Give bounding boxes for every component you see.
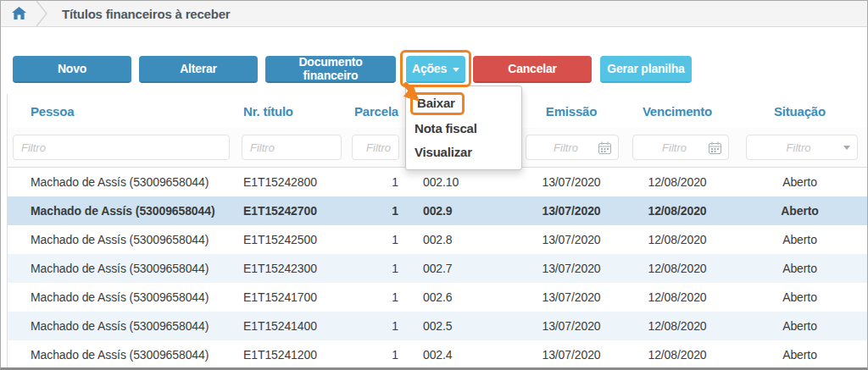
cell-situacao: Aberto — [732, 233, 867, 246]
table-body: Machado de Assís (53009658044)E1T1524280… — [8, 168, 867, 369]
acoes-dropdown-button[interactable]: Ações — [406, 56, 465, 83]
cell-emissao: 13/07/2020 — [520, 233, 622, 246]
table-row[interactable]: Machado de Assís (53009658044)E1T1524280… — [8, 168, 867, 196]
column-header-emissao[interactable]: Emissão — [520, 104, 622, 119]
baixar-highlight-box: Baixar — [410, 92, 465, 115]
column-header-vencimento[interactable]: Vencimento — [622, 104, 732, 119]
cell-vencimento: 12/08/2020 — [622, 348, 732, 362]
cell-titulo: E1T15241200 — [236, 348, 347, 362]
cell-documento: 002.5 — [402, 319, 520, 333]
cell-emissao: 13/07/2020 — [520, 319, 622, 333]
cell-emissao: 13/07/2020 — [520, 348, 622, 362]
cell-pessoa: Machado de Assís (53009658044) — [8, 233, 236, 246]
table-row[interactable]: Machado de Assís (53009658044)E1T1524270… — [8, 196, 867, 225]
cell-situacao: Aberto — [732, 262, 867, 275]
cell-pessoa: Machado de Assís (53009658044) — [8, 175, 236, 189]
table-row[interactable]: Machado de Assís (53009658044)E1T1524120… — [8, 340, 867, 369]
novo-button[interactable]: Novo — [13, 56, 131, 83]
column-header-pessoa[interactable]: Pessoa — [8, 104, 236, 119]
cell-emissao: 13/07/2020 — [520, 290, 622, 304]
cell-emissao: 13/07/2020 — [520, 204, 622, 218]
filter-situacao-select[interactable] — [746, 135, 858, 160]
cell-documento: 002.10 — [402, 175, 520, 189]
cell-pessoa: Machado de Assís (53009658044) — [8, 319, 236, 333]
cell-titulo: E1T15241400 — [236, 319, 347, 333]
filter-vencimento-input[interactable] — [640, 141, 709, 155]
table-row[interactable]: Machado de Assís (53009658044)E1T1524250… — [8, 225, 867, 254]
table-row[interactable]: Machado de Assís (53009658044)E1T1524230… — [8, 254, 867, 283]
gerar-planilha-button[interactable]: Gerar planilha — [600, 56, 692, 83]
menu-item-nota-fiscal[interactable]: Nota fiscal — [406, 117, 521, 141]
filter-nr-titulo-input[interactable] — [242, 135, 342, 160]
breadcrumb-chevron-icon — [36, 1, 49, 26]
cell-titulo: E1T15242500 — [236, 233, 347, 246]
cell-titulo: E1T15241700 — [236, 290, 347, 304]
column-header-situacao[interactable]: Situação — [732, 104, 867, 119]
cell-vencimento: 12/08/2020 — [622, 290, 732, 304]
home-icon[interactable] — [12, 7, 26, 20]
table-row[interactable]: Machado de Assís (53009658044)E1T1524170… — [8, 283, 867, 312]
filter-emissao-field[interactable] — [526, 135, 619, 160]
filter-parcela-input[interactable] — [352, 135, 399, 160]
cell-situacao: Aberto — [732, 175, 867, 189]
cell-documento: 002.9 — [402, 204, 520, 218]
cell-pessoa: Machado de Assís (53009658044) — [8, 348, 236, 362]
filter-vencimento-field[interactable] — [632, 135, 729, 160]
cell-vencimento: 12/08/2020 — [622, 262, 732, 275]
cell-pessoa: Machado de Assís (53009658044) — [8, 290, 236, 304]
breadcrumb: Títulos financeiros à receber — [1, 1, 867, 27]
cell-emissao: 13/07/2020 — [520, 175, 622, 189]
cancelar-button[interactable]: Cancelar — [473, 56, 592, 83]
cell-titulo: E1T15242700 — [236, 204, 347, 218]
menu-item-visualizar[interactable]: Visualizar — [406, 141, 521, 164]
cell-pessoa: Machado de Assís (53009658044) — [8, 262, 236, 275]
documento-financeiro-button[interactable]: Documento financeiro — [265, 56, 396, 83]
cell-parcela: 1 — [347, 348, 402, 362]
cell-emissao: 13/07/2020 — [520, 262, 622, 275]
calendar-icon[interactable] — [709, 141, 721, 154]
filter-emissao-input[interactable] — [533, 141, 598, 155]
page-title: Títulos financeiros à receber — [62, 7, 230, 21]
filter-pessoa-input[interactable] — [13, 135, 230, 160]
caret-down-icon — [453, 68, 459, 72]
cell-documento: 002.8 — [402, 233, 520, 246]
menu-item-label: Baixar — [417, 96, 455, 110]
cell-parcela: 1 — [347, 290, 402, 304]
cell-vencimento: 12/08/2020 — [622, 233, 732, 246]
cell-titulo: E1T15242300 — [236, 262, 347, 275]
cell-documento: 002.7 — [402, 262, 520, 275]
alterar-button[interactable]: Alterar — [139, 56, 258, 83]
cell-pessoa: Machado de Assís (53009658044) — [8, 204, 236, 218]
cell-parcela: 1 — [347, 319, 402, 333]
cell-titulo: E1T15242800 — [236, 175, 347, 189]
acoes-button-label: Ações — [412, 62, 447, 75]
cell-vencimento: 12/08/2020 — [622, 204, 732, 218]
column-header-nr-titulo[interactable]: Nr. título — [236, 104, 347, 119]
acoes-dropdown-menu: Baixar Nota fiscal Visualizar — [405, 86, 522, 170]
cell-vencimento: 12/08/2020 — [622, 319, 732, 333]
cell-parcela: 1 — [347, 204, 402, 218]
cell-documento: 002.6 — [402, 290, 520, 304]
cell-situacao: Aberto — [732, 348, 867, 362]
cell-vencimento: 12/08/2020 — [622, 175, 732, 189]
cell-parcela: 1 — [347, 233, 402, 246]
calendar-icon[interactable] — [598, 141, 611, 154]
cell-parcela: 1 — [347, 262, 402, 275]
cell-situacao: Aberto — [732, 204, 867, 218]
column-header-parcela[interactable]: Parcela — [347, 104, 402, 119]
cell-situacao: Aberto — [732, 319, 867, 333]
cell-situacao: Aberto — [732, 290, 867, 304]
filter-situacao-input[interactable] — [754, 141, 843, 155]
table-row[interactable]: Machado de Assís (53009658044)E1T1524140… — [8, 312, 867, 340]
chevron-down-icon — [843, 146, 850, 150]
cell-documento: 002.4 — [402, 348, 520, 362]
menu-item-baixar[interactable]: Baixar — [406, 91, 521, 117]
app-window: Títulos financeiros à receber Novo Alter… — [0, 0, 868, 370]
cell-parcela: 1 — [347, 175, 402, 189]
